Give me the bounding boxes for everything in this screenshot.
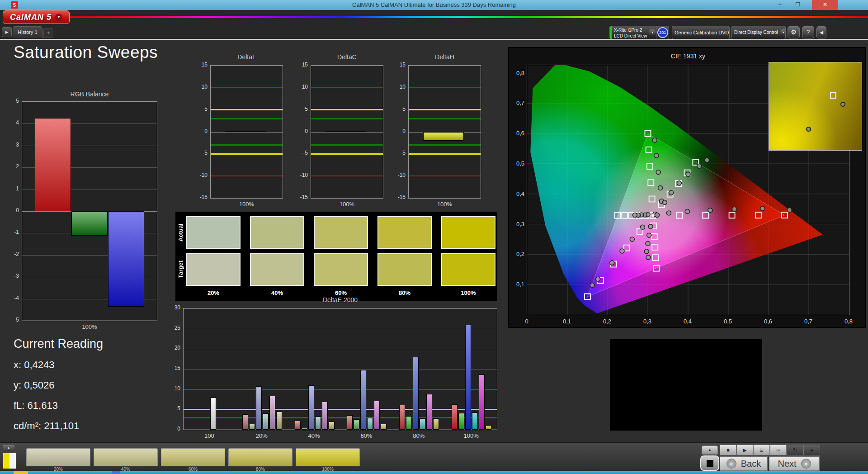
magenta-bar-60% [374, 401, 380, 430]
delta_l-title: DeltaL [210, 53, 283, 62]
target-patch-100% [441, 253, 495, 286]
yellow-bar-100% [486, 425, 491, 430]
gridline [184, 329, 497, 329]
y-tick-label: 5 [290, 106, 308, 113]
blue-bar-20% [256, 386, 262, 430]
deltaH-bar [423, 132, 464, 141]
page-title: Saturation Sweeps [14, 43, 158, 62]
patch-tile-40%[interactable] [94, 448, 158, 466]
source-label: Generic Calibration DVD [672, 26, 730, 39]
gridline [409, 66, 481, 66]
y-tick-label: -5 [190, 150, 208, 157]
magenta-bar-20% [269, 396, 275, 430]
current-reading-block: Current Reading x: 0,4243 y: 0,5026 fL: … [14, 337, 103, 441]
y-tick-label: 15 [388, 62, 406, 69]
strip-eject-button[interactable]: ▲ [3, 445, 14, 451]
help-button[interactable]: ? [802, 26, 814, 38]
deltaL-bar [225, 131, 266, 132]
y-tick-label: -5 [388, 150, 406, 157]
transport-record-button[interactable]: ● [803, 445, 820, 455]
y-tick-label: 25 [163, 325, 180, 332]
chevron-down-icon: ▼ [649, 29, 656, 36]
y-tick-label: 3 [9, 142, 19, 149]
cie-y-tick: 0,7 [510, 100, 524, 107]
cie-x-tick: 0,6 [760, 318, 776, 325]
transport-marker-button[interactable]: ⊡ [753, 445, 770, 455]
patch-tile-100%[interactable] [296, 448, 360, 466]
column-label: 20% [186, 289, 241, 297]
y-tick-label: -1 [9, 229, 19, 236]
actual-patch-100% [441, 216, 495, 249]
delta-e-title: DeltaE 2000 [183, 296, 497, 304]
taskbar-icon[interactable] [112, 471, 120, 474]
cie-x-tick: 0,4 [679, 318, 696, 325]
calman-logo-menu[interactable]: CalMAN 5 ▼ [3, 10, 70, 24]
transport-play-button[interactable]: ▶ [736, 445, 753, 455]
patch-tile-80%[interactable] [228, 448, 292, 466]
green-bar-20% [249, 424, 255, 430]
transport-refresh-button[interactable]: ↻ [787, 445, 803, 455]
cyan-bar-100 [210, 398, 216, 430]
back-label: Back [741, 459, 761, 469]
cie-y-tick: 0,4 [510, 190, 524, 198]
meter-dropdown[interactable]: X-Rite i1Pro 2 LCD Direct View ▼ 201 [609, 26, 669, 39]
patch-tile-60%[interactable] [161, 448, 225, 466]
reference-line [311, 109, 383, 110]
delta-h-chart: DeltaH151050-5-10-15100% [388, 53, 493, 212]
y-tick-label: -5 [9, 317, 19, 324]
reading-cdm2: cd/m²: 211,101 [14, 420, 103, 432]
taskbar-icon[interactable] [14, 471, 28, 474]
gridline [211, 66, 283, 66]
red-bar-60% [347, 415, 353, 430]
back-button[interactable]: « Back [720, 456, 768, 471]
tab-scroll-button[interactable]: ▶ [2, 27, 12, 37]
tab-history-1[interactable]: History 1 [13, 26, 42, 38]
cyan-bar-100% [472, 412, 478, 430]
group-label: 20% [246, 432, 278, 440]
minimize-button[interactable]: – [773, 0, 787, 10]
actual-patch-60% [314, 216, 368, 249]
reference-line [409, 175, 481, 176]
windows-taskbar-edge[interactable] [0, 471, 868, 474]
settings-gear-button[interactable]: ⚙ [788, 26, 800, 38]
group-label: 80% [403, 432, 434, 440]
reference-line [184, 417, 497, 418]
reference-line [311, 175, 383, 176]
cie-x-tick: 0,1 [559, 318, 575, 325]
red-bar-40% [295, 421, 301, 430]
gridline [22, 320, 157, 321]
next-button[interactable]: Next » [769, 456, 820, 471]
y-tick-label: 10 [290, 84, 308, 91]
patch-window-icon[interactable] [3, 453, 16, 469]
reference-line [409, 87, 481, 88]
yellow-bar-60% [381, 424, 387, 430]
cyan-bar-60% [367, 418, 373, 430]
reading-y: y: 0,5026 [14, 379, 103, 391]
transport-loop-button[interactable]: ∞ [770, 445, 787, 455]
reference-line [211, 109, 283, 110]
rgb_balance-plot [22, 101, 157, 321]
transport-stop-button[interactable]: ■ [720, 445, 736, 455]
cyan-bar-40% [315, 417, 321, 430]
y-tick-label: -2 [9, 251, 19, 258]
red-bar-20% [242, 414, 248, 430]
calman-window: 5 CalMAN 5 CalMAN Ultimate for Business … [0, 0, 868, 474]
y-tick-label: 0 [290, 128, 308, 135]
collapse-toolbar-button[interactable]: ◀ [816, 26, 826, 38]
pattern-window-button[interactable] [700, 455, 719, 471]
patch-tile-20%[interactable] [26, 448, 90, 466]
close-button[interactable]: ✕ [812, 0, 838, 10]
current-reading-heading: Current Reading [14, 337, 103, 351]
y-tick-label: -15 [290, 194, 308, 201]
panel-eject-button[interactable]: ▲ [702, 446, 718, 455]
source-dropdown[interactable]: Generic Calibration DVD ▼ [672, 26, 730, 39]
x-axis-label: 100% [22, 323, 157, 331]
inset-target-square [830, 92, 836, 99]
cie-1931-panel: CIE 1931 xy 00,10,20,30,40,50,60,70,80,8… [508, 47, 866, 328]
blue-bar-100% [465, 325, 471, 430]
display-control-dropdown[interactable]: Direct Display Control ▼ [731, 26, 786, 39]
maximize-button[interactable]: ❐ [791, 0, 805, 10]
title-bar: 5 CalMAN 5 CalMAN Ultimate for Business … [0, 0, 868, 10]
green-bar-80% [406, 416, 412, 430]
add-tab-button[interactable]: + [43, 28, 53, 38]
